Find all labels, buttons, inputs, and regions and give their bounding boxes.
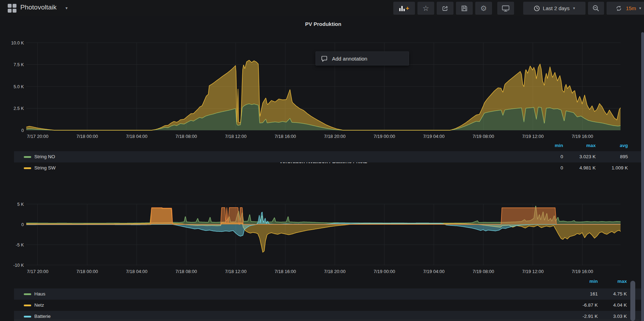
y-tick-label: 2.5 K [14,106,24,111]
x-tick-label: 7/19 00:00 [374,134,395,139]
dashboard-scrollbar-thumb[interactable] [630,281,635,321]
legend-value: 895 [586,154,628,159]
y-tick-label: -10 K [13,263,24,268]
x-tick-label: 7/19 16:00 [572,269,593,274]
x-tick-label: 7/18 12:00 [225,269,246,274]
series-color-dash[interactable] [24,293,31,295]
x-tick-label: 7/17 20:00 [27,134,48,139]
x-tick-label: 7/19 00:00 [374,269,395,274]
series-area-wallbox [26,208,621,224]
legend-header-avg[interactable]: avg [586,143,628,148]
x-tick-label: 7/19 12:00 [522,134,543,139]
x-tick-label: 7/18 16:00 [275,269,296,274]
legend-value: 1.009 K [586,165,628,170]
legend-row-string-sw[interactable]: String SW04.981 K1.009 K [14,162,642,174]
legend-pv-produktion: minmaxavgString NO03.023 K895String SW04… [14,143,642,175]
series-color-dash[interactable] [24,305,31,306]
add-annotation-menu-item[interactable]: Add annotation [316,51,409,65]
series-label[interactable]: Haus [34,291,46,296]
x-tick-label: 7/18 16:00 [275,134,296,139]
legend-value: 3.03 K [585,314,627,319]
legend-value: 4.04 K [585,302,627,308]
x-tick-label: 7/18 00:00 [76,269,98,274]
x-tick-label: 7/19 16:00 [572,134,593,139]
add-annotation-label: Add annotation [332,56,367,62]
x-tick-label: 7/19 04:00 [423,134,444,139]
legend-verbrauch: minmaxHaus1614.75 KNetz-6.87 K4.04 KBatt… [14,278,642,321]
series-color-dash[interactable] [24,156,31,158]
series-label[interactable]: Netz [34,302,44,308]
series-label[interactable]: String NO [34,154,55,159]
legend-row-netz[interactable]: Netz-6.87 K4.04 K [14,300,642,311]
x-tick-label: 7/18 08:00 [175,269,197,274]
legend-value: 4.75 K [585,291,627,296]
legend-row-partial [14,319,639,321]
x-tick-label: 7/17 20:00 [27,269,48,274]
x-tick-label: 7/18 04:00 [126,134,147,139]
y-tick-label: -5 K [16,243,24,247]
legend-row-haus[interactable]: Haus1614.75 K [14,288,642,300]
x-tick-label: 7/18 20:00 [324,269,345,274]
x-tick-label: 7/18 12:00 [225,134,246,139]
x-tick-label: 7/19 08:00 [473,269,494,274]
legend-row-string-no[interactable]: String NO03.023 K895 [14,151,642,162]
x-tick-label: 7/19 08:00 [473,134,494,139]
y-tick-label: 10.0 K [11,41,24,46]
x-tick-label: 7/19 04:00 [423,269,444,274]
y-tick-label: 0 [21,128,24,133]
x-tick-label: 7/18 04:00 [126,269,147,274]
x-tick-label: 7/18 08:00 [175,134,197,139]
y-tick-label: 0 [21,222,24,227]
y-tick-label: 5.0 K [14,84,24,89]
series-label[interactable]: Batterie [34,314,51,319]
x-tick-label: 7/18 20:00 [324,134,345,139]
series-label[interactable]: String SW [34,165,56,170]
legend-header-max[interactable]: max [585,279,627,284]
y-tick-label: 5 K [17,202,24,207]
page-scrollbar-thumb[interactable] [641,32,644,321]
x-tick-label: 7/18 00:00 [76,134,98,139]
x-tick-label: 7/19 12:00 [522,269,543,274]
series-color-dash[interactable] [24,316,31,317]
series-color-dash[interactable] [24,167,31,169]
y-tick-label: 7.5 K [14,62,24,67]
comment-bubble-icon [321,55,328,62]
